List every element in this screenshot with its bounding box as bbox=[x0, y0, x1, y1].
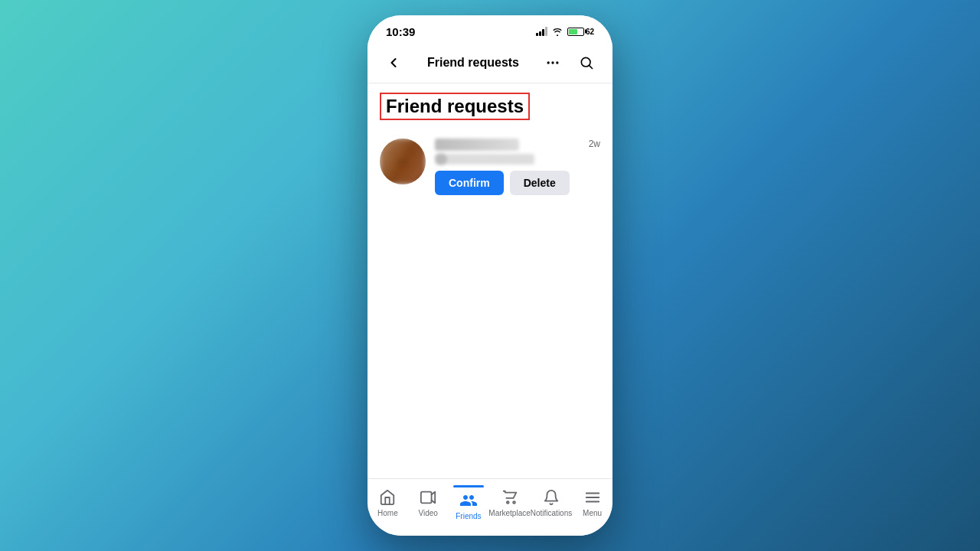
tab-marketplace-label: Marketplace bbox=[488, 509, 530, 517]
search-button[interactable] bbox=[573, 49, 600, 77]
wifi-icon bbox=[551, 27, 564, 36]
delete-button[interactable]: Delete bbox=[510, 171, 570, 195]
status-icons: 62 bbox=[536, 27, 594, 36]
tab-friends[interactable]: Friends bbox=[449, 485, 489, 520]
tab-marketplace[interactable]: Marketplace bbox=[488, 488, 530, 517]
status-time: 10:39 bbox=[386, 25, 415, 38]
request-info: 2w Confirm Delete bbox=[435, 139, 600, 195]
tab-notifications[interactable]: Notifications bbox=[531, 488, 572, 517]
signal-icon bbox=[536, 27, 547, 36]
svg-point-1 bbox=[551, 61, 554, 64]
avatar bbox=[380, 139, 426, 184]
svg-rect-12 bbox=[421, 492, 432, 504]
back-button[interactable] bbox=[380, 49, 407, 77]
svg-point-8 bbox=[389, 149, 416, 177]
tab-menu-label: Menu bbox=[583, 509, 602, 517]
menu-icon bbox=[583, 488, 602, 507]
status-bar: 10:39 62 bbox=[368, 15, 612, 43]
tab-video-label: Video bbox=[418, 509, 437, 517]
nav-actions bbox=[539, 49, 600, 77]
nav-title: Friend requests bbox=[427, 56, 519, 70]
action-buttons: Confirm Delete bbox=[435, 171, 600, 195]
home-icon bbox=[378, 488, 397, 507]
svg-point-5 bbox=[380, 139, 426, 184]
svg-line-4 bbox=[590, 66, 593, 69]
svg-point-3 bbox=[581, 57, 590, 67]
phone-frame: 10:39 62 Frien bbox=[368, 15, 612, 536]
battery-level: 62 bbox=[586, 28, 594, 36]
svg-point-0 bbox=[547, 61, 550, 64]
more-options-button[interactable] bbox=[539, 49, 567, 77]
tab-video[interactable]: Video bbox=[408, 488, 449, 517]
tab-friends-label: Friends bbox=[456, 512, 481, 520]
marketplace-icon bbox=[501, 488, 519, 507]
svg-point-10 bbox=[403, 159, 408, 165]
svg-point-6 bbox=[389, 148, 401, 163]
svg-point-9 bbox=[397, 159, 402, 165]
main-content: Friend requests bbox=[368, 83, 612, 478]
svg-point-7 bbox=[404, 148, 416, 163]
tab-home-label: Home bbox=[377, 509, 398, 517]
battery-icon: 62 bbox=[567, 28, 594, 36]
tab-home[interactable]: Home bbox=[368, 488, 408, 517]
svg-point-14 bbox=[513, 501, 515, 504]
tab-notifications-label: Notifications bbox=[531, 509, 572, 517]
request-name-row: 2w bbox=[435, 139, 600, 151]
requester-name bbox=[435, 139, 519, 151]
nav-bar: Friend requests bbox=[368, 43, 612, 83]
page-title: Friend requests bbox=[380, 93, 530, 120]
svg-point-2 bbox=[556, 61, 558, 64]
mutual-icon bbox=[435, 153, 447, 165]
request-time: 2w bbox=[589, 139, 600, 149]
tab-bar: Home Video Friends bbox=[368, 478, 612, 536]
avatar-image bbox=[380, 139, 426, 184]
mutual-friends bbox=[435, 154, 534, 165]
confirm-button[interactable]: Confirm bbox=[435, 171, 504, 195]
friend-request-item: 2w Confirm Delete bbox=[380, 132, 600, 201]
svg-point-13 bbox=[506, 501, 508, 504]
video-icon bbox=[419, 488, 437, 507]
active-indicator bbox=[453, 485, 484, 487]
notifications-icon bbox=[542, 488, 560, 507]
svg-point-11 bbox=[399, 164, 407, 168]
tab-menu[interactable]: Menu bbox=[572, 488, 612, 517]
friends-icon bbox=[459, 491, 478, 510]
avatar-svg bbox=[380, 139, 426, 184]
